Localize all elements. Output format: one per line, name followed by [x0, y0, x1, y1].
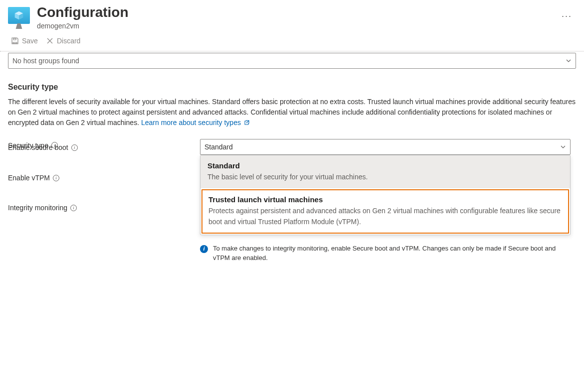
- option-trusted-launch[interactable]: Trusted launch virtual machines Protects…: [201, 189, 569, 233]
- title-block: Configuration demogen2vm: [37, 4, 551, 30]
- toolbar: Save Discard: [0, 32, 584, 51]
- more-actions-button[interactable]: ···: [558, 4, 576, 28]
- info-icon[interactable]: i: [71, 144, 78, 151]
- close-icon: [46, 37, 54, 45]
- save-icon: [11, 37, 19, 45]
- integrity-monitoring-label: Integrity monitoring i: [8, 201, 200, 212]
- info-icon[interactable]: i: [70, 205, 77, 211]
- vtpm-label: Enable vTPM i: [8, 171, 200, 182]
- chevron-down-icon: [560, 144, 566, 150]
- security-type-value: Standard: [204, 143, 233, 151]
- integrity-monitoring-hint: i To make changes to integrity monitorin…: [200, 244, 571, 263]
- option-trusted-title: Trusted launch virtual machines: [208, 195, 562, 204]
- security-type-heading: Security type: [8, 83, 576, 92]
- info-solid-icon: i: [200, 245, 208, 253]
- security-type-row: Security type i Standard Standard The ba…: [8, 139, 576, 263]
- chevron-down-icon: [566, 58, 572, 64]
- host-group-value: No host groups found: [12, 57, 79, 65]
- security-type-dropdown: Standard The basic level of security for…: [200, 155, 571, 235]
- discard-button[interactable]: Discard: [43, 35, 83, 47]
- page-header: Configuration demogen2vm ···: [0, 0, 584, 32]
- save-button[interactable]: Save: [8, 35, 41, 47]
- page-subtitle: demogen2vm: [37, 22, 551, 30]
- discard-label: Discard: [57, 37, 80, 45]
- integrity-hint-text: To make changes to integrity monitoring,…: [213, 244, 571, 263]
- cube-icon: [14, 10, 24, 20]
- page-title: Configuration: [37, 4, 551, 21]
- option-trusted-desc: Protects against persistent and advanced…: [208, 206, 562, 227]
- security-type-select[interactable]: Standard: [200, 139, 571, 155]
- host-group-select[interactable]: No host groups found: [8, 53, 576, 69]
- option-standard-desc: The basic level of security for your vir…: [207, 172, 563, 183]
- option-standard[interactable]: Standard The basic level of security for…: [200, 155, 570, 189]
- learn-more-link[interactable]: Learn more about security types: [141, 119, 250, 127]
- secure-boot-label: Enable secure boot i: [8, 141, 200, 151]
- option-standard-title: Standard: [207, 161, 563, 170]
- info-icon[interactable]: i: [53, 175, 59, 181]
- vm-icon: [8, 7, 30, 29]
- security-type-description: The different levels of security availab…: [8, 97, 576, 128]
- save-label: Save: [22, 37, 38, 45]
- external-link-icon: [244, 120, 250, 126]
